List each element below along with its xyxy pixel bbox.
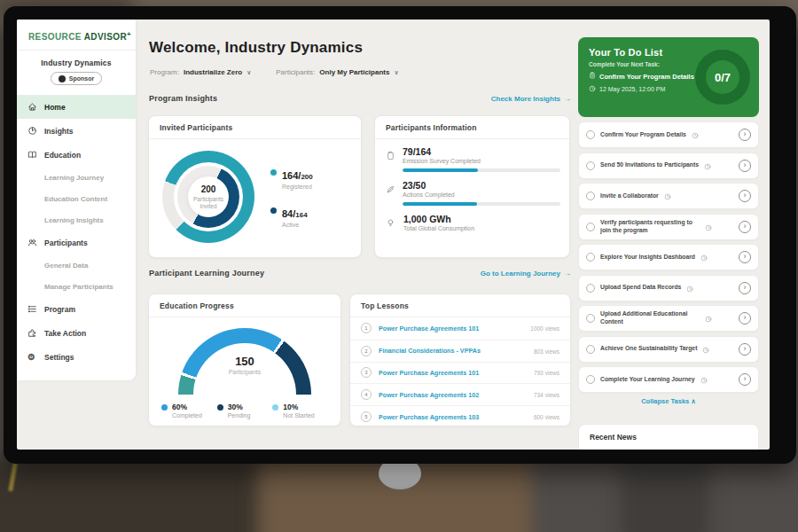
puzzle-icon (27, 328, 37, 338)
progress-fill (403, 202, 477, 206)
task-label: Explore Your Insights Dashboard (600, 254, 695, 262)
task-row[interactable]: Send 50 Invitations to Participants › (578, 153, 759, 179)
task-open-button[interactable]: › (739, 312, 751, 325)
sidebar-item-label: Program (44, 305, 75, 314)
sidebar-item-participants[interactable]: Participants (17, 231, 136, 254)
task-checkbox[interactable] (586, 284, 595, 293)
section-title: Program Insights (149, 94, 217, 103)
sidebar-item-take-action[interactable]: Take Action (17, 321, 136, 345)
clock-icon (686, 280, 693, 296)
logo-text-resource: RESOURCE (28, 32, 82, 42)
task-row[interactable]: Explore Your Insights Dashboard › (578, 244, 759, 270)
nested-donut-chart: 200 Participants Invited (162, 151, 254, 243)
lesson-row[interactable]: 2 Financial Considerations - VPPAs 803vi… (350, 340, 570, 362)
task-open-button[interactable]: › (739, 373, 751, 386)
sidebar-item-label: Take Action (44, 329, 86, 338)
arrow-right-icon: → (564, 95, 571, 103)
lesson-row[interactable]: 5 Power Purchase Agreements 103 600views (350, 405, 570, 426)
legend-item-completed: 60% Completed (161, 403, 217, 419)
task-row[interactable]: Invite a Collaborator › (578, 183, 759, 209)
task-row[interactable]: Achieve One Sustainability Target › (578, 336, 759, 363)
task-checkbox[interactable] (586, 345, 595, 354)
task-open-button[interactable]: › (739, 282, 751, 294)
sidebar-item-program[interactable]: Program (17, 297, 136, 321)
task-open-button[interactable]: › (739, 251, 751, 263)
sidebar-item-insights[interactable]: Insights (17, 119, 136, 143)
legend-label: Active (282, 222, 308, 228)
lesson-link[interactable]: Power Purchase Agreements 102 (379, 391, 525, 399)
page-title: Welcome, Industry Dynamics (149, 39, 363, 57)
task-row[interactable]: Confirm Your Program Details › (578, 121, 759, 148)
lesson-link[interactable]: Power Purchase Agreements 101 (379, 369, 525, 377)
participants-dropdown[interactable]: Participants: Only My Participants ∨ (276, 68, 398, 76)
lesson-link[interactable]: Power Purchase Agreements 101 (379, 325, 521, 332)
sidebar-item-learning-journey[interactable]: Learning Journey (17, 167, 136, 188)
insights-icon (27, 126, 37, 136)
task-checkbox[interactable] (586, 253, 595, 262)
lesson-views-count: 803 (534, 348, 544, 355)
clock-icon (705, 219, 712, 235)
legend-pct: 10% (283, 403, 314, 411)
logo-text-advisor: ADVISOR (84, 32, 127, 42)
sponsor-badge-icon (59, 75, 66, 82)
task-row[interactable]: Complete Your Learning Journey › (578, 366, 759, 393)
program-dropdown-value: Industrialize Zero (184, 68, 242, 76)
task-open-button[interactable]: › (739, 190, 751, 202)
bulb-icon (386, 217, 396, 231)
task-row[interactable]: Upload Additional Educational Content › (578, 305, 759, 332)
todo-progress-value: 0/7 (706, 60, 739, 94)
todo-progress-ring: 0/7 (695, 50, 750, 105)
progress-bar (403, 168, 560, 172)
task-open-button[interactable]: › (739, 160, 751, 172)
program-dropdown[interactable]: Program: Industrialize Zero ∨ (150, 68, 251, 76)
stat-value: 23/50 (403, 180, 560, 191)
todo-datetime-label: 12 May 2025, 12:00 PM (599, 86, 665, 92)
go-to-learning-journey-link[interactable]: Go to Learning Journey → (481, 270, 571, 278)
clock-icon (589, 85, 596, 93)
stat-value: 79/164 (403, 146, 560, 157)
donut-center-label: Participants Invited (191, 196, 226, 210)
task-label: Achieve One Sustainability Target (600, 345, 697, 353)
legend-dot-blue (161, 404, 168, 411)
lesson-rank: 2 (361, 346, 372, 356)
lesson-link[interactable]: Power Purchase Agreements 103 (379, 413, 525, 421)
sidebar-item-home[interactable]: Home (17, 95, 136, 119)
participants-information-body: 79/164 Emission Survey Completed 23/50 A… (375, 139, 569, 231)
lesson-row[interactable]: 3 Power Purchase Agreements 101 793views (350, 362, 570, 384)
lesson-link[interactable]: Financial Considerations - VPPAs (379, 347, 525, 355)
task-open-button[interactable]: › (739, 129, 751, 141)
invited-participants-card: Invited Participants 200 Participants In… (148, 115, 362, 258)
sidebar-item-education[interactable]: Education (17, 143, 136, 167)
collapse-tasks-link[interactable]: Collapse Tasks ∧ (578, 397, 759, 405)
task-checkbox[interactable] (586, 161, 595, 170)
task-row[interactable]: Upload Spend Data Records › (578, 275, 759, 301)
task-checkbox[interactable] (586, 314, 595, 323)
task-checkbox[interactable] (586, 375, 595, 384)
education-gauge-chart: 150 Participants (178, 328, 311, 395)
sidebar-item-education-content[interactable]: Education Content (17, 188, 136, 209)
sidebar-item-settings[interactable]: ⚙ Settings (17, 345, 136, 369)
link-label: Check More Insights (491, 95, 560, 103)
sidebar-item-general-data[interactable]: General Data (17, 254, 136, 276)
lesson-row[interactable]: 1 Power Purchase Agreements 101 1000view… (350, 317, 570, 340)
sidebar-item-label: Insights (44, 127, 74, 136)
donut-legend: 164/200 Registered 84/164 Active (270, 167, 313, 228)
sidebar-item-learning-insights[interactable]: Learning Insights (17, 209, 136, 231)
lesson-row[interactable]: 4 Power Purchase Agreements 102 734views (350, 383, 570, 405)
sidebar: RESOURCE ADVISOR+ Industry Dynamics Spon… (17, 20, 136, 380)
task-open-button[interactable]: › (739, 221, 751, 233)
task-checkbox[interactable] (586, 192, 595, 200)
task-checkbox[interactable] (586, 130, 595, 139)
legend-dot-navy (217, 404, 223, 411)
lesson-views-label: views (545, 348, 559, 355)
check-more-insights-link[interactable]: Check More Insights → (491, 95, 571, 103)
lesson-rank: 4 (361, 389, 372, 400)
arrow-right-icon: → (564, 270, 571, 278)
lesson-views-label: views (545, 414, 559, 420)
task-open-button[interactable]: › (739, 343, 751, 356)
lesson-rank: 1 (361, 323, 372, 333)
task-checkbox[interactable] (586, 223, 595, 231)
task-row[interactable]: Verify participants requesting to join t… (578, 214, 759, 240)
sidebar-item-manage-participants[interactable]: Manage Participants (17, 276, 136, 297)
top-lessons-card: Top Lessons 1 Power Purchase Agreements … (349, 293, 571, 426)
